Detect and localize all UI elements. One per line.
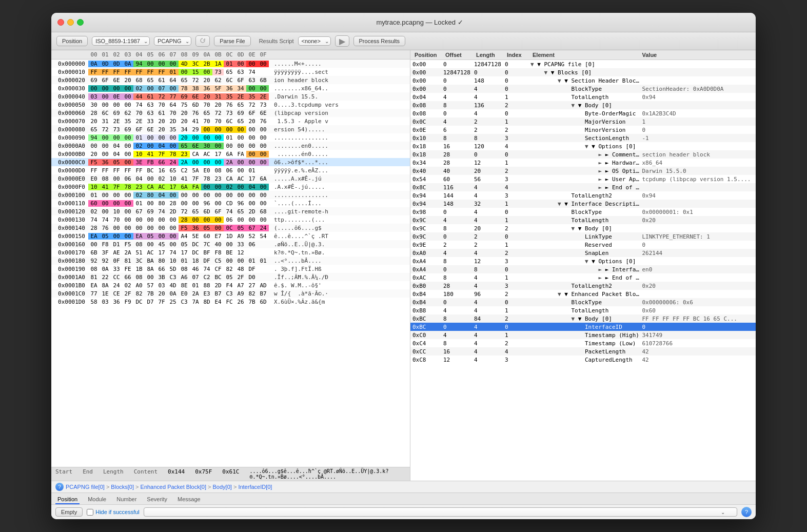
tree-row[interactable]: 0x54 60 56 3 ► ► User Application Opti..… <box>410 175 756 183</box>
bottom-help-button[interactable]: ? <box>741 507 752 517</box>
hex-row-9: 0x000090 94000000 01000000 20000000 0100… <box>51 133 410 142</box>
bottom-tab-bar: Position Module Number Severity Message <box>51 493 756 505</box>
tree-row[interactable]: 0x00 0 12847128 0 ▼ ▼ PCAPNG file [0] <box>410 60 756 68</box>
none-select[interactable]: <none> <box>298 36 331 46</box>
tree-row[interactable]: 0x98 0 4 0 BlockType 0x00000001: 0x1 <box>410 208 756 216</box>
hide-if-successful-label[interactable]: Hide if successful <box>87 509 140 516</box>
breadcrumb-epb[interactable]: Enhanced Packet Block[0] <box>141 484 206 490</box>
maximize-button[interactable] <box>77 19 84 26</box>
tree-row[interactable]: 0x18 16 120 4 ▼ ▼ Options [0] <box>410 142 756 150</box>
bottom-panel: Position Module Number Severity Message … <box>51 492 756 519</box>
tab-message[interactable]: Message <box>175 495 203 504</box>
hex-row-0: 0x000000 0A0D0D0A 94000000 4D3C2B1A 0100… <box>51 60 410 68</box>
tree-row[interactable]: 0xB4 0 4 0 BlockType 0x00000006: 0x6 <box>410 298 756 306</box>
hex-col-0f: 0F <box>258 51 269 58</box>
hex-row-26: 0x0001A0 8122CC66 08003BC3 A607C2BC 052F… <box>51 273 410 281</box>
go-to-position-button[interactable]: Position <box>56 36 88 46</box>
tree-header-element: Element <box>533 52 642 58</box>
tree-row[interactable]: 0xB8 4 4 1 TotalLength 0x60 <box>410 306 756 314</box>
hex-panel: 00 01 02 03 04 05 06 07 08 09 0A 0B 0C 0… <box>51 50 410 481</box>
breadcrumb-help-icon[interactable]: ? <box>55 483 64 491</box>
debug-select[interactable] <box>144 507 737 517</box>
tree-row[interactable]: 0xB0 28 4 3 TotalLength2 0x20 <box>410 282 756 290</box>
content-label: Content <box>134 468 158 480</box>
tree-row[interactable]: 0x94 148 32 1 ▼ ▼ Interface Description … <box>410 200 756 208</box>
tree-row[interactable]: 0x94 144 4 3 TotalLength2 0x94 <box>410 191 756 200</box>
breadcrumb-pcapng[interactable]: PCAPNG file[0] <box>66 484 105 490</box>
run-button[interactable]: ▶ <box>335 35 349 47</box>
close-button[interactable] <box>57 19 64 26</box>
minimize-button[interactable] <box>67 19 74 26</box>
breadcrumb-blocks[interactable]: Blocks[0] <box>111 484 134 490</box>
tree-row[interactable]: 0x9C 8 20 2 ▼ ▼ Body [0] <box>410 224 756 232</box>
tree-row[interactable]: 0x08 0 4 0 Byte-OrderMagic 0x1A2B3C4D <box>410 109 756 117</box>
hex-col-0d: 0D <box>235 51 246 58</box>
main-content: 00 01 02 03 04 05 06 07 08 09 0A 0B 0C 0… <box>51 50 756 481</box>
grammar-select[interactable]: PCAPNG <box>154 36 191 46</box>
parse-file-button[interactable]: Parse File <box>214 36 251 46</box>
tree-row[interactable]: 0xA4 0 8 0 ► ► Interface Name Optio... e… <box>410 265 756 273</box>
tree-row[interactable]: 0x0C 4 2 1 MajorVersion 1 <box>410 117 756 126</box>
tree-row[interactable]: 0x04 4 4 1 TotalLength 0x94 <box>410 93 756 101</box>
tree-body[interactable]: 0x00 0 12847128 0 ▼ ▼ PCAPNG file [0] 0x… <box>410 60 756 481</box>
tree-row[interactable]: 0xB4 180 96 2 ▼ ▼ Enhanced Packet Block … <box>410 290 756 298</box>
tree-row[interactable]: 0xA0 4 4 2 SnapLen 262144 <box>410 249 756 257</box>
tree-header-offset: Offset <box>445 52 476 58</box>
tab-number[interactable]: Number <box>114 495 139 504</box>
hex-row-2: 0x000020 696F6E20 68656164 65722062 6C6F… <box>51 76 410 84</box>
tab-severity[interactable]: Severity <box>145 495 169 504</box>
breadcrumb-bar: ? PCAPNG file[0] > Blocks[0] > Enhanced … <box>51 481 756 492</box>
tree-row[interactable]: 0x9C 0 2 0 LinkType LINKTYPE_ETHERNET: 1 <box>410 232 756 241</box>
tree-row[interactable]: 0x10 8 8 3 SectionLength -1 <box>410 134 756 142</box>
hex-row-1: 0x000010 FFFFFFFF FFFFFF01 00150073 6563… <box>51 68 410 76</box>
process-results-button[interactable]: Process Results <box>353 36 405 46</box>
tree-row[interactable]: 0x9E 2 2 1 Reserved 0 <box>410 241 756 249</box>
tree-row[interactable]: 0xC4 8 4 2 Timestamp (Low) 610728766 <box>410 339 756 347</box>
hex-col-08: 08 <box>179 51 190 58</box>
tree-row[interactable]: 0xAC 8 4 1 ► ► End of Options [0] <box>410 273 756 282</box>
tree-row[interactable]: 0x08 8 136 2 ▼ ▼ Body [0] <box>410 101 756 109</box>
hide-if-successful-checkbox[interactable] <box>87 509 93 516</box>
breadcrumb-interfaceid[interactable]: InterfaceID[0] <box>238 484 272 490</box>
breadcrumb-body[interactable]: Body[0] <box>213 484 232 490</box>
tree-row[interactable]: 0x9C 4 4 1 TotalLength 0x20 <box>410 216 756 224</box>
traffic-lights <box>57 19 84 26</box>
hex-column-headers: 00 01 02 03 04 05 06 07 08 09 0A 0B 0C 0… <box>51 50 410 60</box>
tree-row[interactable]: 0x18 28 0 0 ► ► Comment Option [0] secti… <box>410 150 756 159</box>
tree-row[interactable]: 0x34 28 12 1 ► ► Hardware Option [0] x86… <box>410 159 756 167</box>
tab-position[interactable]: Position <box>55 495 80 504</box>
tab-module[interactable]: Module <box>86 495 108 504</box>
hex-row-21: 0x000150 EA050000 EA050000 A45E60E7 1DA9… <box>51 232 410 240</box>
hide-if-successful-text: Hide if successful <box>95 509 140 515</box>
tree-header-length: Length <box>476 52 507 58</box>
encoding-select[interactable]: ISO_8859-1:1987 <box>92 36 150 46</box>
hex-row-27: 0x0001B0 EA8A2402 A057034D 8E01882D F4A7… <box>51 281 410 289</box>
tree-row[interactable]: 0x00 12847128 0 0 ▼ ▼ Blocks [0] <box>410 68 756 76</box>
hex-row-12: 0x0000C0 F5360500 3EFB6624 2A000000 2A00… <box>51 158 410 166</box>
hex-row-18: 0x000120 02001000 6769742D 72656D6F 7465… <box>51 207 410 215</box>
reload-button[interactable] <box>195 35 210 47</box>
encoding-select-wrapper: ISO_8859-1:1987 <box>92 36 150 46</box>
tree-row[interactable]: 0x00 0 148 0 ▼ ▼ Section Header Block [0… <box>410 76 756 85</box>
hex-col-0e: 0E <box>246 51 258 58</box>
tree-row[interactable]: 0x00 0 4 0 BlockType SectionHeader: 0xA0… <box>410 85 756 93</box>
tree-row[interactable]: 0xBC 8 84 2 ▼ ▼ Body [0] FF FF FF FF FF … <box>410 314 756 323</box>
hex-row-23: 0x000170 6B3FAE2A 51AC1774 17DCBFF8 BE12… <box>51 248 410 257</box>
tree-row[interactable]: 0x0E 6 2 2 MinorVersion 0 <box>410 126 756 134</box>
tree-row[interactable]: 0xCC 16 4 4 PacketLength 42 <box>410 347 756 356</box>
tree-row[interactable]: 0x8C 116 4 4 ► ► End of Options [0] <box>410 183 756 191</box>
debug-select-wrapper <box>144 507 737 517</box>
content-value: ....ô6...g$ê...ê...ħ^`ç @RT.øÑõ..E..ÜY|@… <box>249 468 406 480</box>
tree-row[interactable]: 0xA4 8 12 3 ▼ ▼ Options [0] <box>410 257 756 265</box>
empty-button[interactable]: Empty <box>55 507 83 517</box>
results-script-label: Results Script <box>259 38 294 44</box>
hex-body[interactable]: .hb { font-family: 'Menlo','Monaco',mono… <box>51 60 410 467</box>
tree-row[interactable]: 0x40 40 20 2 ► ► OS Option [0] Darwin 15… <box>410 167 756 175</box>
hex-col-05: 05 <box>145 51 156 58</box>
tree-row[interactable]: 0xBC 0 4 0 InterfaceID 0 <box>410 323 756 331</box>
tree-row[interactable]: 0xC0 4 4 1 Timestamp (High) 341749 <box>410 331 756 339</box>
hex-row-17: 0x000110 60000000 01008028 00009600 CD96… <box>51 199 410 207</box>
tree-row[interactable]: 0xC8 12 4 3 CapturedLength 42 <box>410 356 756 364</box>
hex-row-24: 0x000180 92920F81 3CBA8010 0118DFC5 0000… <box>51 257 410 265</box>
titlebar: mytrace.pcapng — Locked ✓ <box>51 13 756 32</box>
